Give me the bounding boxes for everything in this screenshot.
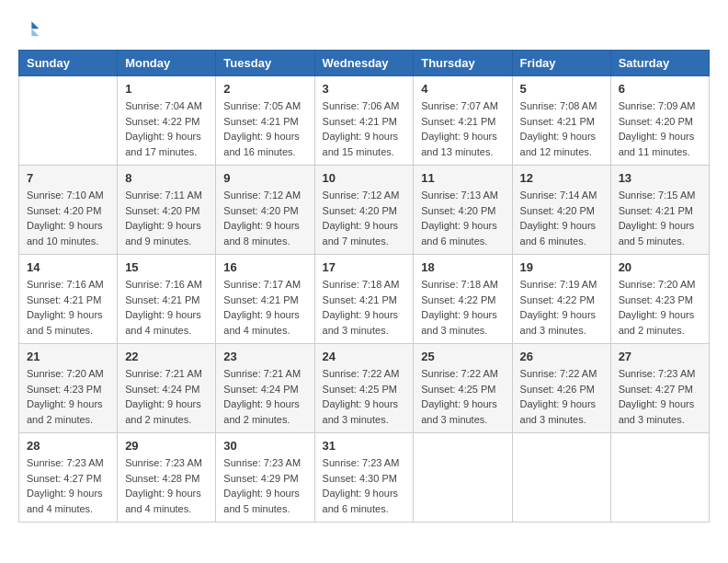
calendar-cell: 14Sunrise: 7:16 AM Sunset: 4:21 PM Dayli…: [19, 255, 118, 344]
day-number: 3: [323, 82, 406, 96]
calendar-cell: [512, 433, 610, 523]
day-info: Sunrise: 7:23 AM Sunset: 4:28 PM Dayligh…: [125, 455, 208, 516]
day-number: 26: [520, 350, 603, 363]
calendar-cell: 5Sunrise: 7:08 AM Sunset: 4:21 PM Daylig…: [512, 76, 610, 166]
day-info: Sunrise: 7:16 AM Sunset: 4:21 PM Dayligh…: [125, 277, 208, 338]
day-number: 7: [27, 171, 109, 185]
calendar-table: SundayMondayTuesdayWednesdayThursdayFrid…: [18, 50, 710, 523]
calendar-cell: 27Sunrise: 7:23 AM Sunset: 4:27 PM Dayli…: [610, 344, 709, 433]
day-number: 28: [27, 439, 109, 453]
calendar-cell: 23Sunrise: 7:21 AM Sunset: 4:24 PM Dayli…: [216, 344, 314, 433]
day-number: 31: [323, 439, 406, 453]
day-info: Sunrise: 7:21 AM Sunset: 4:24 PM Dayligh…: [125, 366, 208, 427]
calendar-cell: 9Sunrise: 7:12 AM Sunset: 4:20 PM Daylig…: [216, 166, 314, 255]
day-number: 14: [27, 260, 109, 274]
day-number: 1: [125, 82, 208, 96]
day-number: 16: [223, 260, 306, 274]
day-number: 30: [223, 439, 306, 453]
day-info: Sunrise: 7:22 AM Sunset: 4:25 PM Dayligh…: [421, 366, 504, 427]
day-info: Sunrise: 7:17 AM Sunset: 4:21 PM Dayligh…: [223, 277, 306, 338]
logo-icon: [18, 18, 40, 40]
calendar-cell: 11Sunrise: 7:13 AM Sunset: 4:20 PM Dayli…: [414, 166, 512, 255]
day-info: Sunrise: 7:21 AM Sunset: 4:24 PM Dayligh…: [223, 366, 306, 427]
day-info: Sunrise: 7:23 AM Sunset: 4:27 PM Dayligh…: [27, 455, 109, 516]
week-row-3: 14Sunrise: 7:16 AM Sunset: 4:21 PM Dayli…: [19, 255, 710, 344]
day-info: Sunrise: 7:13 AM Sunset: 4:20 PM Dayligh…: [421, 188, 504, 248]
day-number: 17: [323, 260, 406, 274]
day-info: Sunrise: 7:23 AM Sunset: 4:30 PM Dayligh…: [323, 455, 406, 516]
day-info: Sunrise: 7:18 AM Sunset: 4:21 PM Dayligh…: [323, 277, 406, 338]
calendar-cell: 30Sunrise: 7:23 AM Sunset: 4:29 PM Dayli…: [216, 433, 314, 523]
calendar-cell: 19Sunrise: 7:19 AM Sunset: 4:22 PM Dayli…: [512, 255, 610, 344]
day-info: Sunrise: 7:04 AM Sunset: 4:22 PM Dayligh…: [125, 98, 208, 159]
day-number: 10: [323, 171, 406, 185]
day-number: 23: [223, 350, 306, 363]
day-number: 12: [520, 171, 603, 185]
logo: [18, 18, 44, 40]
day-info: Sunrise: 7:11 AM Sunset: 4:20 PM Dayligh…: [125, 188, 208, 248]
day-number: 19: [520, 260, 603, 274]
column-header-saturday: Saturday: [610, 51, 709, 76]
calendar-cell: [414, 433, 512, 523]
day-number: 2: [223, 82, 306, 96]
day-info: Sunrise: 7:08 AM Sunset: 4:21 PM Dayligh…: [520, 98, 603, 159]
day-info: Sunrise: 7:16 AM Sunset: 4:21 PM Dayligh…: [27, 277, 109, 338]
week-row-1: 1Sunrise: 7:04 AM Sunset: 4:22 PM Daylig…: [19, 76, 710, 166]
calendar-cell: 3Sunrise: 7:06 AM Sunset: 4:21 PM Daylig…: [314, 76, 414, 166]
day-info: Sunrise: 7:18 AM Sunset: 4:22 PM Dayligh…: [421, 277, 504, 338]
calendar-cell: 4Sunrise: 7:07 AM Sunset: 4:21 PM Daylig…: [414, 76, 512, 166]
day-number: 15: [125, 260, 208, 274]
day-info: Sunrise: 7:05 AM Sunset: 4:21 PM Dayligh…: [223, 98, 306, 159]
calendar-cell: 29Sunrise: 7:23 AM Sunset: 4:28 PM Dayli…: [118, 433, 216, 523]
day-info: Sunrise: 7:07 AM Sunset: 4:21 PM Dayligh…: [421, 98, 504, 159]
week-row-2: 7Sunrise: 7:10 AM Sunset: 4:20 PM Daylig…: [19, 166, 710, 255]
column-header-friday: Friday: [512, 51, 610, 76]
day-number: 13: [619, 171, 701, 185]
calendar-cell: 6Sunrise: 7:09 AM Sunset: 4:20 PM Daylig…: [610, 76, 709, 166]
calendar-cell: 7Sunrise: 7:10 AM Sunset: 4:20 PM Daylig…: [19, 166, 118, 255]
page-header: [18, 18, 710, 40]
calendar-cell: 18Sunrise: 7:18 AM Sunset: 4:22 PM Dayli…: [414, 255, 512, 344]
calendar-cell: 28Sunrise: 7:23 AM Sunset: 4:27 PM Dayli…: [19, 433, 118, 523]
calendar-cell: 24Sunrise: 7:22 AM Sunset: 4:25 PM Dayli…: [314, 344, 414, 433]
day-info: Sunrise: 7:14 AM Sunset: 4:20 PM Dayligh…: [520, 188, 603, 248]
calendar-cell: 31Sunrise: 7:23 AM Sunset: 4:30 PM Dayli…: [314, 433, 414, 523]
column-header-wednesday: Wednesday: [314, 51, 414, 76]
day-number: 11: [421, 171, 504, 185]
calendar-cell: 12Sunrise: 7:14 AM Sunset: 4:20 PM Dayli…: [512, 166, 610, 255]
calendar-header-row: SundayMondayTuesdayWednesdayThursdayFrid…: [19, 51, 710, 76]
day-info: Sunrise: 7:12 AM Sunset: 4:20 PM Dayligh…: [223, 188, 306, 248]
day-number: 27: [619, 350, 701, 363]
day-info: Sunrise: 7:23 AM Sunset: 4:27 PM Dayligh…: [619, 366, 701, 427]
calendar-cell: 17Sunrise: 7:18 AM Sunset: 4:21 PM Dayli…: [314, 255, 414, 344]
week-row-5: 28Sunrise: 7:23 AM Sunset: 4:27 PM Dayli…: [19, 433, 710, 523]
day-number: 20: [619, 260, 701, 274]
calendar-cell: 21Sunrise: 7:20 AM Sunset: 4:23 PM Dayli…: [19, 344, 118, 433]
day-info: Sunrise: 7:12 AM Sunset: 4:20 PM Dayligh…: [323, 188, 406, 248]
calendar-cell: 8Sunrise: 7:11 AM Sunset: 4:20 PM Daylig…: [118, 166, 216, 255]
column-header-thursday: Thursday: [414, 51, 512, 76]
day-number: 5: [520, 82, 603, 96]
day-number: 21: [27, 350, 109, 363]
day-number: 4: [421, 82, 504, 96]
day-number: 18: [421, 260, 504, 274]
day-info: Sunrise: 7:10 AM Sunset: 4:20 PM Dayligh…: [27, 188, 109, 248]
day-number: 24: [323, 350, 406, 363]
calendar-cell: 22Sunrise: 7:21 AM Sunset: 4:24 PM Dayli…: [118, 344, 216, 433]
day-info: Sunrise: 7:23 AM Sunset: 4:29 PM Dayligh…: [223, 455, 306, 516]
day-info: Sunrise: 7:22 AM Sunset: 4:25 PM Dayligh…: [323, 366, 406, 427]
svg-marker-0: [31, 21, 39, 29]
day-info: Sunrise: 7:19 AM Sunset: 4:22 PM Dayligh…: [520, 277, 603, 338]
calendar-cell: [610, 433, 709, 523]
column-header-sunday: Sunday: [19, 51, 118, 76]
svg-marker-1: [31, 29, 39, 36]
calendar-cell: 20Sunrise: 7:20 AM Sunset: 4:23 PM Dayli…: [610, 255, 709, 344]
day-info: Sunrise: 7:06 AM Sunset: 4:21 PM Dayligh…: [323, 98, 406, 159]
calendar-cell: 13Sunrise: 7:15 AM Sunset: 4:21 PM Dayli…: [610, 166, 709, 255]
week-row-4: 21Sunrise: 7:20 AM Sunset: 4:23 PM Dayli…: [19, 344, 710, 433]
day-number: 6: [619, 82, 701, 96]
day-info: Sunrise: 7:15 AM Sunset: 4:21 PM Dayligh…: [619, 188, 701, 248]
day-number: 8: [125, 171, 208, 185]
calendar-cell: 10Sunrise: 7:12 AM Sunset: 4:20 PM Dayli…: [314, 166, 414, 255]
day-number: 22: [125, 350, 208, 363]
